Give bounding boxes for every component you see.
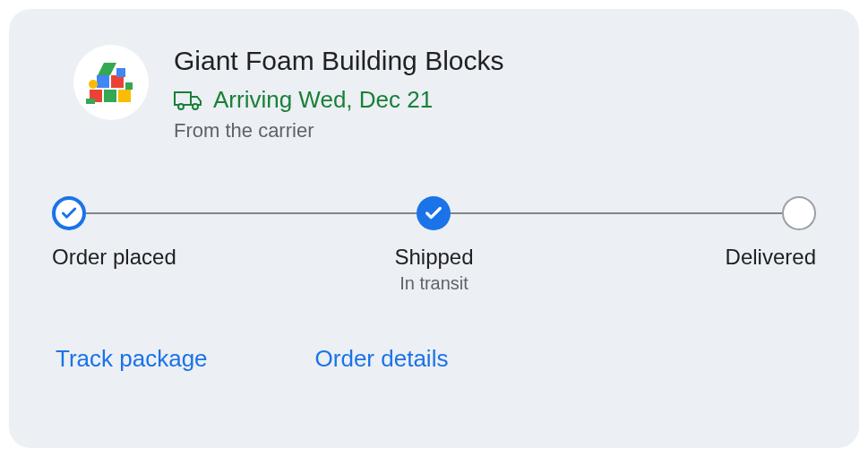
checkmark-icon (60, 204, 78, 222)
svg-rect-8 (86, 99, 95, 104)
svg-rect-2 (118, 90, 131, 102)
order-details-link[interactable]: Order details (315, 345, 449, 373)
checkmark-icon (424, 203, 443, 223)
track-package-link[interactable]: Track package (56, 345, 208, 373)
step-circle-current (417, 196, 451, 230)
product-image (73, 45, 149, 120)
timeline-steps: Order placed Shipped In transit Delivere… (52, 196, 816, 294)
step-title: Order placed (52, 245, 176, 270)
header: Giant Foam Building Blocks Arriving Wed,… (73, 45, 816, 142)
step-delivered: Delivered (562, 196, 816, 294)
order-tracking-card: Giant Foam Building Blocks Arriving Wed,… (9, 9, 859, 448)
step-circle-done (52, 196, 86, 230)
svg-point-10 (178, 104, 184, 109)
svg-point-11 (193, 104, 198, 109)
actions-row: Track package Order details (56, 345, 816, 373)
svg-rect-6 (116, 68, 125, 77)
arrival-row: Arriving Wed, Dec 21 (174, 86, 816, 114)
svg-marker-5 (98, 63, 116, 75)
product-title: Giant Foam Building Blocks (174, 45, 816, 77)
truck-icon (174, 90, 202, 111)
building-blocks-icon (84, 56, 138, 109)
step-order-placed: Order placed (52, 196, 306, 294)
arrival-source: From the carrier (174, 119, 816, 142)
arrival-text: Arriving Wed, Dec 21 (213, 86, 433, 114)
step-shipped: Shipped In transit (306, 196, 561, 294)
svg-point-7 (89, 80, 98, 89)
svg-rect-9 (125, 82, 133, 90)
svg-rect-3 (97, 75, 109, 88)
step-circle-pending (782, 196, 816, 230)
step-subtitle: In transit (394, 273, 473, 294)
svg-rect-4 (111, 75, 124, 88)
timeline: Order placed Shipped In transit Delivere… (52, 196, 816, 295)
svg-rect-1 (104, 90, 116, 102)
step-title: Delivered (726, 245, 816, 270)
header-text: Giant Foam Building Blocks Arriving Wed,… (174, 45, 816, 142)
step-title: Shipped (394, 245, 473, 270)
